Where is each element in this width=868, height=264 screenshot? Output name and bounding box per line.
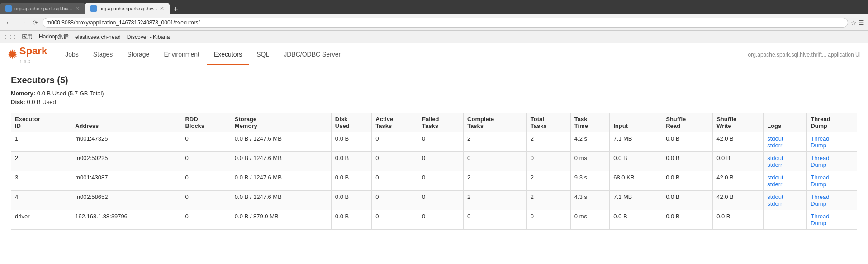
td-task-time: 4.3 s <box>570 191 609 210</box>
tab-close-2[interactable]: ✕ <box>160 5 164 12</box>
th-total-tasks: TotalTasks <box>526 113 570 132</box>
nav-jobs[interactable]: Jobs <box>58 44 86 65</box>
td-shuffle-read: 0.0 B <box>662 171 713 191</box>
td-thread-dump: ThreadDump <box>807 210 857 230</box>
stdout-link[interactable]: stdout <box>767 155 783 161</box>
memory-label: Memory: <box>11 90 35 97</box>
td-total-tasks: 2 <box>526 191 570 210</box>
td-executor-id: 2 <box>11 152 71 171</box>
td-executor-id: driver <box>11 210 71 230</box>
td-input: 0.0 B <box>610 210 662 230</box>
td-logs: stdoutstderr <box>764 191 807 210</box>
back-button[interactable]: ← <box>4 18 14 28</box>
address-actions: ☆ ☰ <box>851 19 864 26</box>
thread-dump-link[interactable]: ThreadDump <box>811 213 829 226</box>
td-executor-id: 1 <box>11 132 71 152</box>
td-complete-tasks: 2 <box>464 171 527 191</box>
browser-chrome: org.apache.spark.sql.hiv... ✕ org.apache… <box>0 0 868 43</box>
stdout-link[interactable]: stdout <box>767 135 783 142</box>
bookmark-hadoop[interactable]: Hadoop集群 <box>37 32 71 42</box>
nav-executors[interactable]: Executors <box>207 44 249 65</box>
td-thread-dump: ThreadDump <box>807 152 857 171</box>
th-rdd-blocks: RDDBlocks <box>181 113 231 132</box>
reload-button[interactable]: ⟳ <box>31 18 40 27</box>
thread-dump-link[interactable]: ThreadDump <box>811 193 829 207</box>
th-shuffle-write: ShuffleWrite <box>713 113 764 132</box>
td-complete-tasks: 0 <box>464 152 527 171</box>
table-row: 4m002:5865200.0 B / 1247.6 MB0.0 B00224.… <box>11 191 857 210</box>
td-complete-tasks: 2 <box>464 132 527 152</box>
menu-icon[interactable]: ☰ <box>859 19 864 26</box>
stderr-link[interactable]: stderr <box>767 200 782 207</box>
td-failed-tasks: 0 <box>418 171 464 191</box>
td-shuffle-write: 0.0 B <box>713 152 764 171</box>
td-failed-tasks: 0 <box>418 210 464 230</box>
thread-dump-link[interactable]: ThreadDump <box>811 155 829 168</box>
td-active-tasks: 0 <box>372 132 418 152</box>
forward-button[interactable]: → <box>17 18 28 28</box>
tab-favicon-2 <box>90 5 97 12</box>
td-storage-memory: 0.0 B / 879.0 MB <box>231 210 331 230</box>
spark-logo: ✹ Spark 1.6.0 <box>7 45 47 64</box>
apps-icon[interactable]: ⋮⋮⋮ <box>4 34 17 39</box>
td-active-tasks: 0 <box>372 152 418 171</box>
th-executor-id: ExecutorID <box>11 113 71 132</box>
stdout-link[interactable]: stdout <box>767 193 783 200</box>
bookmark-kibana[interactable]: Discover - Kibana <box>125 33 172 41</box>
table-row: driver192.168.1.88:3979600.0 B / 879.0 M… <box>11 210 857 230</box>
td-shuffle-write: 42.0 B <box>713 171 764 191</box>
td-input: 0.0 B <box>610 152 662 171</box>
nav-sql[interactable]: SQL <box>249 44 276 65</box>
tab-favicon-1 <box>5 5 12 12</box>
td-disk-used: 0.0 B <box>331 210 371 230</box>
tab-title-1: org.apache.spark.sql.hiv... <box>14 6 72 11</box>
td-address: m001:43087 <box>71 171 181 191</box>
thread-dump-link[interactable]: ThreadDump <box>811 174 829 188</box>
td-total-tasks: 0 <box>526 210 570 230</box>
memory-value: 0.0 B Used (5.7 GB Total) <box>37 90 104 97</box>
bookmark-icon[interactable]: ☆ <box>851 19 857 26</box>
nav-environment[interactable]: Environment <box>157 44 207 65</box>
td-shuffle-read: 0.0 B <box>662 152 713 171</box>
tab-1[interactable]: org.apache.spark.sql.hiv... ✕ <box>0 3 85 14</box>
th-thread-dump: ThreadDump <box>807 113 857 132</box>
spark-header: ✹ Spark 1.6.0 Jobs Stages Storage Enviro… <box>0 43 868 66</box>
td-shuffle-read: 0.0 B <box>662 191 713 210</box>
td-shuffle-read: 0.0 B <box>662 210 713 230</box>
stderr-link[interactable]: stderr <box>767 161 782 168</box>
th-address: Address <box>71 113 181 132</box>
td-executor-id: 4 <box>11 191 71 210</box>
td-address: 192.168.1.88:39796 <box>71 210 181 230</box>
td-storage-memory: 0.0 B / 1247.6 MB <box>231 171 331 191</box>
address-input[interactable] <box>43 18 848 28</box>
td-rdd-blocks: 0 <box>181 171 231 191</box>
th-shuffle-read: ShuffleRead <box>662 113 713 132</box>
thread-dump-link[interactable]: ThreadDump <box>811 135 829 149</box>
stderr-link[interactable]: stderr <box>767 142 782 149</box>
spark-nav: Jobs Stages Storage Environment Executor… <box>58 44 748 65</box>
th-task-time: TaskTime <box>570 113 609 132</box>
disk-label: Disk: <box>11 99 25 105</box>
tab-2[interactable]: org.apache.spark.sql.hiv... ✕ <box>85 3 170 14</box>
td-input: 68.0 KB <box>610 171 662 191</box>
table-row: 1m001:4732500.0 B / 1247.6 MB0.0 B00224.… <box>11 132 857 152</box>
nav-stages[interactable]: Stages <box>86 44 120 65</box>
address-bar: ← → ⟳ ☆ ☰ <box>0 14 868 31</box>
tab-close-1[interactable]: ✕ <box>75 5 80 12</box>
nav-storage[interactable]: Storage <box>120 44 157 65</box>
td-disk-used: 0.0 B <box>331 191 371 210</box>
bookmark-apps[interactable]: 应用 <box>20 32 34 42</box>
td-address: m002:58652 <box>71 191 181 210</box>
nav-jdbc[interactable]: JDBC/ODBC Server <box>276 44 348 65</box>
td-address: m001:47325 <box>71 132 181 152</box>
tab-title-2: org.apache.spark.sql.hiv... <box>100 6 157 11</box>
th-complete-tasks: CompleteTasks <box>464 113 527 132</box>
td-storage-memory: 0.0 B / 1247.6 MB <box>231 152 331 171</box>
spark-logo-text-group: Spark 1.6.0 <box>19 45 47 64</box>
stdout-link[interactable]: stdout <box>767 174 783 181</box>
td-rdd-blocks: 0 <box>181 210 231 230</box>
bookmark-elasticsearch[interactable]: elasticsearch-head <box>73 33 123 41</box>
new-tab-button[interactable]: + <box>170 5 182 14</box>
stderr-link[interactable]: stderr <box>767 181 782 188</box>
th-input: Input <box>610 113 662 132</box>
